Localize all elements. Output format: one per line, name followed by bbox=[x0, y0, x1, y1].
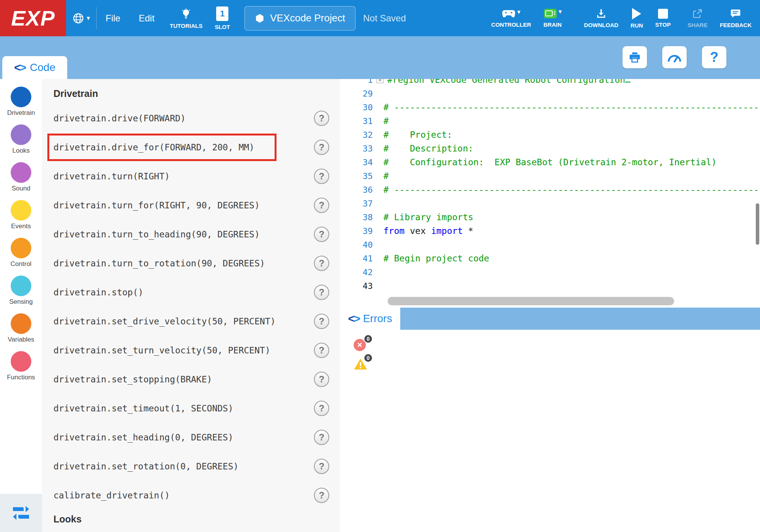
line-number: 40 bbox=[340, 240, 373, 250]
command-item[interactable]: drivetrain.turn(RIGHT)? bbox=[53, 162, 340, 191]
code-editor[interactable]: 1+#region VEXcode Generated Robot Config… bbox=[340, 79, 760, 308]
category-label: Events bbox=[11, 222, 31, 230]
line-number: 37 bbox=[340, 199, 373, 208]
stop-icon bbox=[658, 9, 668, 19]
question-icon: ? bbox=[710, 49, 718, 65]
sidebar-item-sensing[interactable]: Sensing bbox=[0, 271, 42, 309]
category-label: Control bbox=[11, 260, 32, 268]
language-menu[interactable]: ▾ bbox=[66, 0, 96, 36]
code-text: # bbox=[383, 116, 389, 126]
line-number: 33 bbox=[340, 144, 373, 153]
horizontal-scrollbar[interactable] bbox=[388, 297, 674, 305]
control-category-icon bbox=[11, 238, 31, 258]
code-text: # Begin project code bbox=[383, 253, 489, 263]
run-button[interactable]: RUN bbox=[624, 0, 649, 36]
sidebar-item-control[interactable]: Control bbox=[0, 233, 42, 271]
code-line: 29 bbox=[340, 87, 760, 100]
stop-button[interactable]: STOP bbox=[649, 0, 677, 36]
sidebar-item-functions[interactable]: Functions bbox=[0, 347, 42, 384]
command-item[interactable]: drivetrain.set_turn_velocity(50, PERCENT… bbox=[53, 336, 340, 365]
command-item[interactable]: drivetrain.set_stopping(BRAKE)? bbox=[53, 365, 340, 394]
code-brackets-icon: <> bbox=[14, 61, 25, 74]
tutorials-button[interactable]: TUTORIALS bbox=[164, 0, 209, 36]
command-item[interactable]: drivetrain.set_timeout(1, SECONDS)? bbox=[53, 394, 340, 423]
sidebar-item-drivetrain[interactable]: Drivetrain bbox=[0, 82, 42, 120]
command-item[interactable]: drivetrain.set_rotation(0, DEGREES)? bbox=[53, 452, 340, 481]
edit-menu[interactable]: Edit bbox=[129, 0, 163, 36]
line-number: 1 bbox=[340, 79, 373, 85]
tab-code[interactable]: <> Code bbox=[2, 56, 67, 79]
command-help-button[interactable]: ? bbox=[314, 314, 329, 329]
code-line: 40 bbox=[340, 238, 760, 251]
help-button[interactable]: ? bbox=[702, 46, 726, 68]
gauge-icon bbox=[667, 51, 682, 63]
command-help-button[interactable]: ? bbox=[314, 459, 329, 474]
functions-category-icon bbox=[11, 351, 31, 372]
project-name-button[interactable]: VEXcode Project bbox=[244, 6, 356, 31]
command-help-button[interactable]: ? bbox=[314, 111, 329, 126]
feedback-button[interactable]: FEEDBACK bbox=[714, 0, 758, 36]
line-number: 31 bbox=[340, 116, 373, 126]
command-help-button[interactable]: ? bbox=[314, 430, 329, 445]
file-menu[interactable]: File bbox=[97, 0, 130, 36]
code-line: 37 bbox=[340, 197, 760, 210]
errors-bar: <> Errors bbox=[340, 308, 760, 330]
code-tab-label: Code bbox=[30, 61, 55, 74]
line-number: 34 bbox=[340, 158, 373, 167]
vertical-scrollbar[interactable] bbox=[756, 203, 759, 245]
command-item[interactable]: drivetrain.set_drive_velocity(50, PERCEN… bbox=[53, 307, 340, 336]
command-help-button[interactable]: ? bbox=[314, 256, 329, 271]
command-item[interactable]: drivetrain.turn_to_rotation(90, DEGREES)… bbox=[53, 249, 340, 278]
line-number: 32 bbox=[340, 130, 373, 140]
command-text: drivetrain.turn_to_heading(90, DEGREES) bbox=[53, 229, 260, 239]
command-help-button[interactable]: ? bbox=[314, 227, 329, 242]
command-text: drivetrain.stop() bbox=[53, 287, 143, 297]
command-item[interactable]: drivetrain.drive_for(FORWARD, 200, MM)? bbox=[53, 133, 340, 162]
command-item[interactable]: drivetrain.drive(FORWARD)? bbox=[53, 104, 340, 133]
command-text: drivetrain.drive(FORWARD) bbox=[53, 113, 186, 123]
command-help-button[interactable]: ? bbox=[314, 372, 329, 387]
sidebar-item-variables[interactable]: Variables bbox=[0, 309, 42, 347]
looks-category-icon bbox=[11, 124, 31, 145]
print-console-button[interactable] bbox=[623, 46, 647, 68]
toggle-editor-mode-button[interactable] bbox=[0, 494, 42, 532]
dashboard-button[interactable] bbox=[662, 46, 687, 68]
sidebar-item-events[interactable]: Events bbox=[0, 195, 42, 233]
stop-label: STOP bbox=[655, 21, 671, 28]
tutorials-label: TUTORIALS bbox=[170, 23, 203, 29]
command-help-button[interactable]: ? bbox=[314, 285, 329, 300]
command-help-button[interactable]: ? bbox=[314, 488, 329, 503]
command-text: drivetrain.set_rotation(0, DEGREES) bbox=[53, 461, 239, 471]
error-status: × 0 bbox=[354, 339, 367, 353]
command-help-button[interactable]: ? bbox=[314, 140, 329, 155]
sidebar-item-sound[interactable]: Sound bbox=[0, 158, 42, 195]
command-item[interactable]: calibrate_drivetrain()? bbox=[53, 481, 340, 510]
command-item[interactable]: drivetrain.turn_to_heading(90, DEGREES)? bbox=[53, 220, 340, 249]
command-help-button[interactable]: ? bbox=[314, 169, 329, 184]
save-status: Not Saved bbox=[363, 13, 406, 24]
chevron-down-icon: ▾ bbox=[559, 8, 562, 15]
toggle-blocks-text-icon bbox=[11, 504, 31, 522]
editor-lines: 1+#region VEXcode Generated Robot Config… bbox=[340, 79, 760, 293]
controller-button[interactable]: ▾ CONTROLLER bbox=[485, 0, 537, 36]
brain-button[interactable]: ▾ BRAIN bbox=[537, 0, 568, 36]
command-help-button[interactable]: ? bbox=[314, 401, 329, 416]
share-button[interactable]: SHARE bbox=[681, 0, 714, 36]
command-help-button[interactable]: ? bbox=[314, 198, 329, 213]
command-item[interactable]: drivetrain.set_heading(0, DEGREES)? bbox=[53, 423, 340, 452]
fold-expand-icon[interactable]: + bbox=[377, 79, 383, 83]
tab-errors[interactable]: <> Errors bbox=[340, 308, 400, 330]
line-number: 35 bbox=[340, 171, 373, 181]
command-help-button[interactable]: ? bbox=[314, 343, 329, 358]
sidebar-item-looks[interactable]: Looks bbox=[0, 120, 42, 158]
slot-button[interactable]: 1 SLOT bbox=[209, 0, 236, 36]
brain-icon bbox=[543, 8, 557, 19]
command-item[interactable]: drivetrain.stop()? bbox=[53, 278, 340, 307]
line-number: 41 bbox=[340, 254, 373, 263]
command-item[interactable]: drivetrain.turn_for(RIGHT, 90, DEGREES)? bbox=[53, 191, 340, 220]
command-text: drivetrain.set_stopping(BRAKE) bbox=[53, 374, 212, 384]
line-number: 39 bbox=[340, 226, 373, 236]
code-line: 41# Begin project code bbox=[340, 251, 760, 265]
vexcode-app: EXP ▾ File Edit TUTORIALS bbox=[0, 0, 760, 532]
download-button[interactable]: DOWNLOAD bbox=[578, 0, 624, 36]
